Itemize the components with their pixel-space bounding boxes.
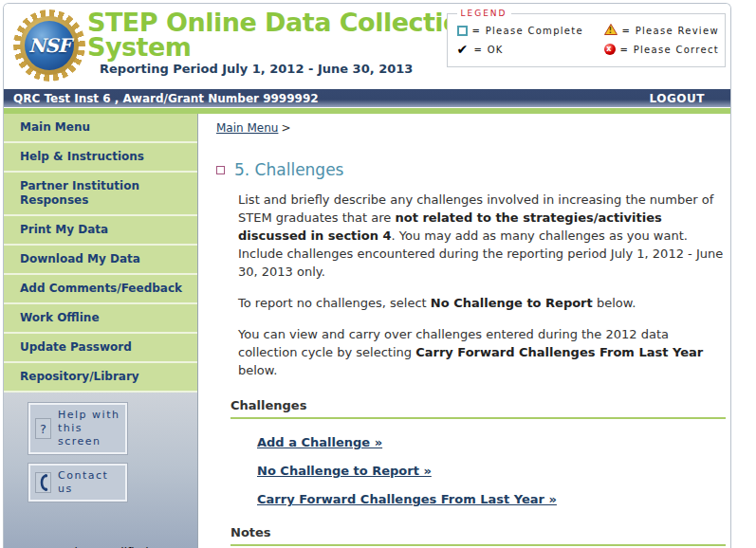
institution-award-label: QRC Test Inst 6 , Award/Grant Number 999… [4,92,319,105]
challenges-actions: Add a Challenge » No Challenge to Report… [257,435,730,506]
sidebar-item-repository-library[interactable]: Repository/Library [4,363,197,393]
sidebar-item-work-offline[interactable]: Work Offline [4,304,197,334]
contact-us-button[interactable]: Contact us [28,464,127,502]
legend-box: LEGEND = Please Complete ! = Ple [447,9,727,67]
body: Main Menu Help & Instructions Partner In… [4,114,730,548]
breadcrumb-main-menu-link[interactable]: Main Menu [216,121,278,135]
legend-item-complete: = Please Complete [457,24,604,37]
instruction-paragraph-1: List and briefly describe any challenges… [238,191,728,281]
page-container: NSF STEP Online Data Collection System R… [3,3,731,548]
svg-text:!: ! [608,27,613,35]
instruction-paragraph-2: To report no challenges, select No Chall… [238,294,728,312]
notes-section-heading: Notes [230,525,730,539]
paragraph-text: below. [593,296,636,310]
please-complete-square-icon [216,166,225,174]
app-window: NSF STEP Online Data Collection System R… [0,0,756,548]
sidebar-item-add-comments-feedback[interactable]: Add Comments/Feedback [4,275,197,304]
instruction-paragraph-3: You can view and carry over challenges e… [238,325,728,379]
sidebar-item-help-instructions[interactable]: Help & Instructions [4,143,197,173]
legend-item-correct: x = Please Correct [604,44,720,55]
phone-icon [35,472,51,493]
complete-square-icon [457,26,468,36]
legend-grid: = Please Complete ! = Please Review ✔ [457,24,720,55]
breadcrumb: Main Menu> [216,121,730,135]
legend-label: = Please Complete [472,26,583,36]
paragraph-text: To report no challenges, select [238,296,431,310]
divider [230,544,726,546]
header: NSF STEP Online Data Collection System R… [4,4,730,89]
question-mark-icon: ? [35,418,51,439]
carry-forward-challenges-link[interactable]: Carry Forward Challenges From Last Year … [257,492,730,506]
correct-circle-icon: x [604,44,616,55]
contact-us-label: Contact us [58,469,120,496]
add-challenge-link[interactable]: Add a Challenge » [257,435,730,449]
sidebar: Main Menu Help & Instructions Partner In… [4,114,198,548]
page-title: 5. Challenges [234,160,343,179]
divider [230,417,726,419]
paragraph-bold-text: No Challenge to Report [431,296,593,310]
paragraph-text: below. [238,363,277,377]
logout-button[interactable]: LOGOUT [650,92,705,105]
challenges-section-heading: Challenges [230,398,730,412]
sidebar-item-print-my-data[interactable]: Print My Data [4,216,197,246]
nsf-logo: NSF [13,9,85,82]
sidebar-item-download-my-data[interactable]: Download My Data [4,246,197,275]
paragraph-bold-text: Carry Forward Challenges From Last Year [415,345,703,359]
legend-label: = OK [474,45,504,55]
nsf-logo-text: NSF [28,34,70,57]
legend-item-ok: ✔ = OK [457,44,604,55]
help-with-screen-label: Help with this screen [58,409,120,448]
sidebar-item-main-menu[interactable]: Main Menu [4,114,197,143]
legend-label: = Please Correct [620,45,720,55]
sidebar-item-update-password[interactable]: Update Password [4,334,197,363]
help-with-screen-button[interactable]: ? Help with this screen [28,403,127,454]
main-content: Main Menu> 5. Challenges List and briefl… [198,114,730,548]
nsf-logo-globe: NSF [25,21,74,70]
section-title-row: 5. Challenges [216,160,730,179]
instructions: List and briefly describe any challenges… [238,191,728,379]
legend-title: LEGEND [457,9,511,18]
legend-label: = Please Review [622,26,719,36]
top-navbar: QRC Test Inst 6 , Award/Grant Number 999… [4,89,730,107]
legend-item-review: ! = Please Review [604,24,720,37]
no-challenge-to-report-link[interactable]: No Challenge to Report » [257,464,730,478]
review-triangle-icon: ! [604,24,618,37]
sidebar-item-partner-institution-responses[interactable]: Partner Institution Responses [4,173,197,216]
sidebar-menu: Main Menu Help & Instructions Partner In… [4,114,197,393]
ok-check-icon: ✔ [457,45,470,55]
sidebar-lower: ? Help with this screen Contact us [4,393,197,548]
breadcrumb-separator: > [281,121,290,135]
